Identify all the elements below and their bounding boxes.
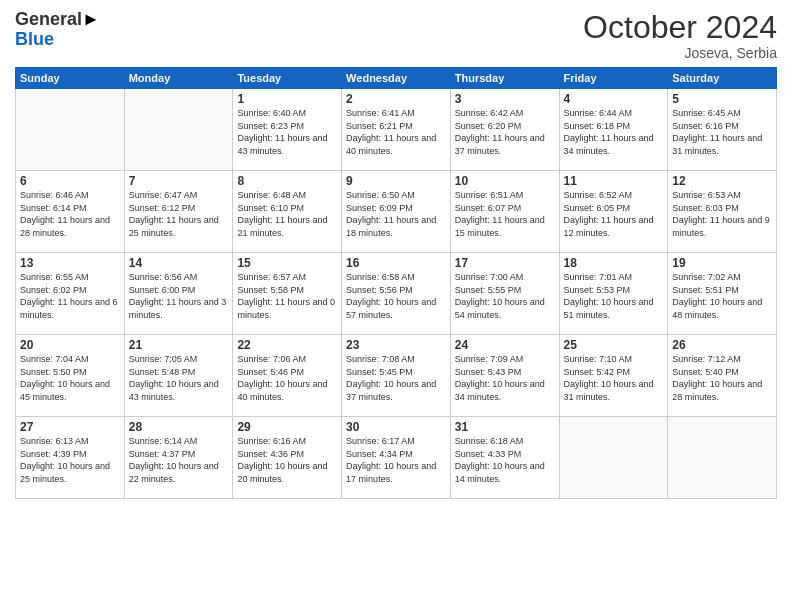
day-number: 3 bbox=[455, 92, 555, 106]
day-info: Sunrise: 6:47 AM Sunset: 6:12 PM Dayligh… bbox=[129, 189, 229, 239]
day-info: Sunrise: 6:55 AM Sunset: 6:02 PM Dayligh… bbox=[20, 271, 120, 321]
day-info: Sunrise: 6:52 AM Sunset: 6:05 PM Dayligh… bbox=[564, 189, 664, 239]
calendar-cell: 8Sunrise: 6:48 AM Sunset: 6:10 PM Daylig… bbox=[233, 171, 342, 253]
day-number: 22 bbox=[237, 338, 337, 352]
day-info: Sunrise: 6:46 AM Sunset: 6:14 PM Dayligh… bbox=[20, 189, 120, 239]
day-info: Sunrise: 6:48 AM Sunset: 6:10 PM Dayligh… bbox=[237, 189, 337, 239]
day-info: Sunrise: 7:04 AM Sunset: 5:50 PM Dayligh… bbox=[20, 353, 120, 403]
logo-text: General► bbox=[15, 10, 100, 30]
day-info: Sunrise: 7:06 AM Sunset: 5:46 PM Dayligh… bbox=[237, 353, 337, 403]
day-info: Sunrise: 6:58 AM Sunset: 5:56 PM Dayligh… bbox=[346, 271, 446, 321]
calendar-cell: 24Sunrise: 7:09 AM Sunset: 5:43 PM Dayli… bbox=[450, 335, 559, 417]
day-number: 28 bbox=[129, 420, 229, 434]
day-info: Sunrise: 6:41 AM Sunset: 6:21 PM Dayligh… bbox=[346, 107, 446, 157]
day-number: 15 bbox=[237, 256, 337, 270]
day-number: 20 bbox=[20, 338, 120, 352]
calendar-cell: 9Sunrise: 6:50 AM Sunset: 6:09 PM Daylig… bbox=[342, 171, 451, 253]
day-number: 9 bbox=[346, 174, 446, 188]
calendar-cell: 20Sunrise: 7:04 AM Sunset: 5:50 PM Dayli… bbox=[16, 335, 125, 417]
header-sunday: Sunday bbox=[16, 68, 125, 89]
logo-blue: Blue bbox=[15, 29, 54, 49]
day-number: 16 bbox=[346, 256, 446, 270]
day-number: 27 bbox=[20, 420, 120, 434]
day-info: Sunrise: 6:17 AM Sunset: 4:34 PM Dayligh… bbox=[346, 435, 446, 485]
day-number: 17 bbox=[455, 256, 555, 270]
calendar-week-row: 6Sunrise: 6:46 AM Sunset: 6:14 PM Daylig… bbox=[16, 171, 777, 253]
header-friday: Friday bbox=[559, 68, 668, 89]
calendar-week-row: 27Sunrise: 6:13 AM Sunset: 4:39 PM Dayli… bbox=[16, 417, 777, 499]
header: General► Blue October 2024 Joseva, Serbi… bbox=[15, 10, 777, 61]
day-number: 11 bbox=[564, 174, 664, 188]
calendar-cell: 6Sunrise: 6:46 AM Sunset: 6:14 PM Daylig… bbox=[16, 171, 125, 253]
calendar-cell: 5Sunrise: 6:45 AM Sunset: 6:16 PM Daylig… bbox=[668, 89, 777, 171]
header-thursday: Thursday bbox=[450, 68, 559, 89]
day-info: Sunrise: 7:00 AM Sunset: 5:55 PM Dayligh… bbox=[455, 271, 555, 321]
day-info: Sunrise: 6:51 AM Sunset: 6:07 PM Dayligh… bbox=[455, 189, 555, 239]
calendar-cell: 7Sunrise: 6:47 AM Sunset: 6:12 PM Daylig… bbox=[124, 171, 233, 253]
calendar-cell: 22Sunrise: 7:06 AM Sunset: 5:46 PM Dayli… bbox=[233, 335, 342, 417]
day-info: Sunrise: 6:53 AM Sunset: 6:03 PM Dayligh… bbox=[672, 189, 772, 239]
calendar-cell: 29Sunrise: 6:16 AM Sunset: 4:36 PM Dayli… bbox=[233, 417, 342, 499]
day-info: Sunrise: 7:08 AM Sunset: 5:45 PM Dayligh… bbox=[346, 353, 446, 403]
day-number: 24 bbox=[455, 338, 555, 352]
calendar-cell: 30Sunrise: 6:17 AM Sunset: 4:34 PM Dayli… bbox=[342, 417, 451, 499]
day-info: Sunrise: 7:10 AM Sunset: 5:42 PM Dayligh… bbox=[564, 353, 664, 403]
calendar-cell: 23Sunrise: 7:08 AM Sunset: 5:45 PM Dayli… bbox=[342, 335, 451, 417]
calendar: Sunday Monday Tuesday Wednesday Thursday… bbox=[15, 67, 777, 499]
day-info: Sunrise: 6:13 AM Sunset: 4:39 PM Dayligh… bbox=[20, 435, 120, 485]
day-number: 12 bbox=[672, 174, 772, 188]
day-info: Sunrise: 6:50 AM Sunset: 6:09 PM Dayligh… bbox=[346, 189, 446, 239]
day-info: Sunrise: 7:05 AM Sunset: 5:48 PM Dayligh… bbox=[129, 353, 229, 403]
calendar-cell: 16Sunrise: 6:58 AM Sunset: 5:56 PM Dayli… bbox=[342, 253, 451, 335]
calendar-week-row: 20Sunrise: 7:04 AM Sunset: 5:50 PM Dayli… bbox=[16, 335, 777, 417]
calendar-cell: 28Sunrise: 6:14 AM Sunset: 4:37 PM Dayli… bbox=[124, 417, 233, 499]
calendar-week-row: 13Sunrise: 6:55 AM Sunset: 6:02 PM Dayli… bbox=[16, 253, 777, 335]
day-number: 6 bbox=[20, 174, 120, 188]
header-wednesday: Wednesday bbox=[342, 68, 451, 89]
day-info: Sunrise: 6:45 AM Sunset: 6:16 PM Dayligh… bbox=[672, 107, 772, 157]
weekday-header-row: Sunday Monday Tuesday Wednesday Thursday… bbox=[16, 68, 777, 89]
day-number: 14 bbox=[129, 256, 229, 270]
month-title: October 2024 bbox=[583, 10, 777, 45]
day-info: Sunrise: 6:18 AM Sunset: 4:33 PM Dayligh… bbox=[455, 435, 555, 485]
day-info: Sunrise: 6:40 AM Sunset: 6:23 PM Dayligh… bbox=[237, 107, 337, 157]
calendar-cell bbox=[559, 417, 668, 499]
day-number: 1 bbox=[237, 92, 337, 106]
day-number: 21 bbox=[129, 338, 229, 352]
calendar-cell: 26Sunrise: 7:12 AM Sunset: 5:40 PM Dayli… bbox=[668, 335, 777, 417]
day-number: 10 bbox=[455, 174, 555, 188]
day-number: 13 bbox=[20, 256, 120, 270]
calendar-cell: 19Sunrise: 7:02 AM Sunset: 5:51 PM Dayli… bbox=[668, 253, 777, 335]
calendar-cell bbox=[16, 89, 125, 171]
day-info: Sunrise: 6:14 AM Sunset: 4:37 PM Dayligh… bbox=[129, 435, 229, 485]
day-number: 4 bbox=[564, 92, 664, 106]
day-info: Sunrise: 6:56 AM Sunset: 6:00 PM Dayligh… bbox=[129, 271, 229, 321]
calendar-cell: 13Sunrise: 6:55 AM Sunset: 6:02 PM Dayli… bbox=[16, 253, 125, 335]
calendar-header: Sunday Monday Tuesday Wednesday Thursday… bbox=[16, 68, 777, 89]
calendar-cell: 14Sunrise: 6:56 AM Sunset: 6:00 PM Dayli… bbox=[124, 253, 233, 335]
day-info: Sunrise: 7:09 AM Sunset: 5:43 PM Dayligh… bbox=[455, 353, 555, 403]
day-number: 19 bbox=[672, 256, 772, 270]
title-block: October 2024 Joseva, Serbia bbox=[583, 10, 777, 61]
day-number: 26 bbox=[672, 338, 772, 352]
calendar-cell: 25Sunrise: 7:10 AM Sunset: 5:42 PM Dayli… bbox=[559, 335, 668, 417]
header-tuesday: Tuesday bbox=[233, 68, 342, 89]
calendar-cell: 3Sunrise: 6:42 AM Sunset: 6:20 PM Daylig… bbox=[450, 89, 559, 171]
calendar-cell bbox=[124, 89, 233, 171]
day-number: 25 bbox=[564, 338, 664, 352]
day-number: 2 bbox=[346, 92, 446, 106]
calendar-cell: 27Sunrise: 6:13 AM Sunset: 4:39 PM Dayli… bbox=[16, 417, 125, 499]
page: General► Blue October 2024 Joseva, Serbi… bbox=[0, 0, 792, 612]
day-number: 7 bbox=[129, 174, 229, 188]
calendar-cell bbox=[668, 417, 777, 499]
calendar-cell: 11Sunrise: 6:52 AM Sunset: 6:05 PM Dayli… bbox=[559, 171, 668, 253]
header-saturday: Saturday bbox=[668, 68, 777, 89]
calendar-cell: 10Sunrise: 6:51 AM Sunset: 6:07 PM Dayli… bbox=[450, 171, 559, 253]
day-number: 23 bbox=[346, 338, 446, 352]
calendar-cell: 15Sunrise: 6:57 AM Sunset: 5:58 PM Dayli… bbox=[233, 253, 342, 335]
day-info: Sunrise: 6:44 AM Sunset: 6:18 PM Dayligh… bbox=[564, 107, 664, 157]
day-number: 8 bbox=[237, 174, 337, 188]
calendar-cell: 18Sunrise: 7:01 AM Sunset: 5:53 PM Dayli… bbox=[559, 253, 668, 335]
location: Joseva, Serbia bbox=[583, 45, 777, 61]
day-number: 31 bbox=[455, 420, 555, 434]
